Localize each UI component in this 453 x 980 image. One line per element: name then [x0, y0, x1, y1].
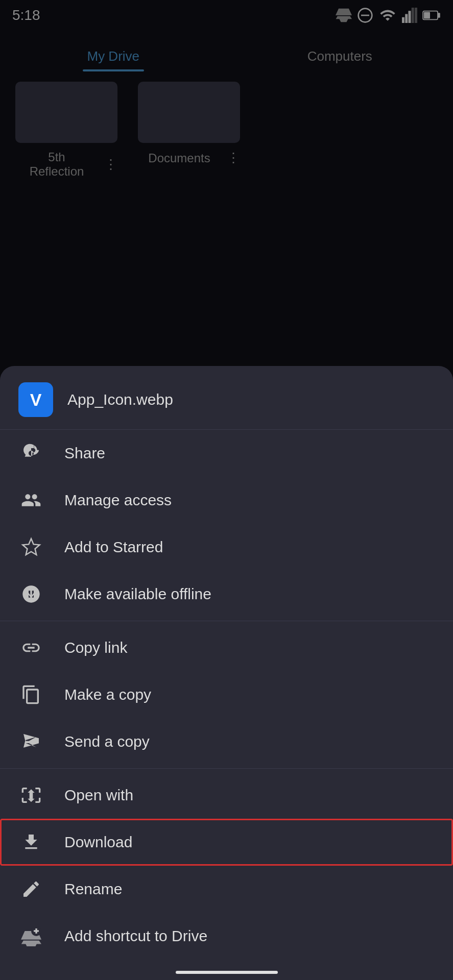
send-icon: [18, 731, 44, 752]
share-menu-item[interactable]: Share: [0, 430, 453, 477]
copy-link-label: Copy link: [64, 639, 127, 656]
open-with-icon: [18, 785, 44, 805]
file-header: V App_Icon.webp: [0, 366, 453, 430]
offline-menu-item[interactable]: Make available offline: [0, 571, 453, 618]
home-indicator: [176, 971, 278, 974]
star-icon: [18, 537, 44, 557]
copy-icon: [18, 684, 44, 705]
rename-label: Rename: [64, 880, 122, 898]
open-with-label: Open with: [64, 787, 133, 804]
offline-icon: [18, 584, 44, 604]
rename-menu-item[interactable]: Rename: [0, 866, 453, 913]
make-copy-label: Make a copy: [64, 686, 151, 703]
copy-link-menu-item[interactable]: Copy link: [0, 624, 453, 671]
rename-icon: [18, 879, 44, 899]
open-with-menu-item[interactable]: Open with: [0, 772, 453, 819]
bottom-sheet: V App_Icon.webp Share Manage access Add …: [0, 366, 453, 980]
download-label: Download: [64, 834, 132, 851]
add-shortcut-menu-item[interactable]: Add shortcut to Drive: [0, 913, 453, 960]
file-icon-letter: V: [30, 390, 42, 410]
send-copy-label: Send a copy: [64, 733, 150, 750]
starred-menu-item[interactable]: Add to Starred: [0, 524, 453, 571]
file-name: App_Icon.webp: [67, 391, 173, 408]
share-icon: [18, 443, 44, 463]
add-shortcut-label: Add shortcut to Drive: [64, 927, 207, 945]
offline-label: Make available offline: [64, 585, 211, 603]
download-icon: [18, 832, 44, 852]
share-label: Share: [64, 445, 105, 462]
manage-access-icon: [18, 490, 44, 510]
link-icon: [18, 638, 44, 658]
divider-2: [0, 768, 453, 769]
manage-access-menu-item[interactable]: Manage access: [0, 477, 453, 524]
file-icon: V: [18, 382, 53, 417]
download-menu-item[interactable]: Download: [0, 819, 453, 866]
manage-access-label: Manage access: [64, 492, 172, 509]
send-copy-menu-item[interactable]: Send a copy: [0, 718, 453, 765]
add-shortcut-icon: [18, 926, 44, 946]
divider-1: [0, 621, 453, 621]
make-copy-menu-item[interactable]: Make a copy: [0, 671, 453, 718]
starred-label: Add to Starred: [64, 538, 163, 556]
